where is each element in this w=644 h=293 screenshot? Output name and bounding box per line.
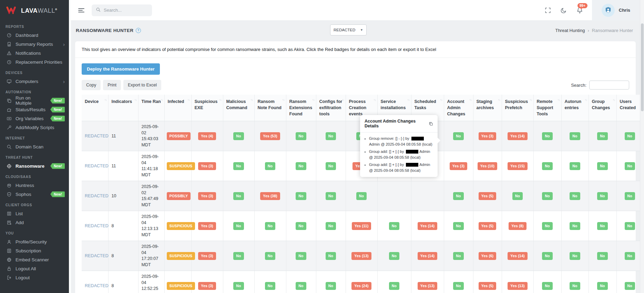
status-badge[interactable]: No: [389, 252, 399, 260]
column-header-users-created[interactable]: Users Created↑↓: [616, 95, 643, 121]
status-badge[interactable]: No: [542, 192, 552, 200]
status-badge[interactable]: No: [453, 222, 463, 230]
status-badge[interactable]: Yes (53): [260, 132, 280, 140]
status-badge[interactable]: No: [389, 222, 399, 230]
status-badge[interactable]: No: [570, 192, 580, 200]
status-badge[interactable]: Yes (8): [509, 222, 526, 230]
sidebar-item-summary-reports[interactable]: Summary Reports›: [0, 40, 69, 49]
status-badge[interactable]: No: [512, 192, 523, 200]
status-badge[interactable]: No: [597, 192, 607, 200]
status-badge[interactable]: No: [265, 222, 275, 230]
status-badge[interactable]: No: [625, 132, 635, 140]
copy-button[interactable]: Copy: [82, 80, 101, 90]
status-badge[interactable]: No: [597, 252, 607, 260]
status-badge[interactable]: No: [326, 192, 336, 200]
status-badge[interactable]: Yes (14): [508, 132, 527, 140]
status-badge[interactable]: No: [326, 162, 336, 170]
page-scrollbar[interactable]: [640, 0, 644, 293]
sidebar-item-status-results[interactable]: Status/ResultsNew!: [0, 105, 69, 114]
deploy-ransomware-hunter-button[interactable]: Deploy the Ransomware Hunter: [82, 63, 160, 75]
status-badge[interactable]: Yes (4): [198, 132, 216, 140]
status-badge[interactable]: Yes (6): [479, 252, 496, 260]
status-badge[interactable]: No: [570, 162, 580, 170]
status-badge[interactable]: No: [625, 222, 635, 230]
status-badge[interactable]: Yes (3): [198, 282, 216, 290]
sort-icon[interactable]: ↑↓: [530, 98, 532, 102]
sidebar-item-ransomware[interactable]: RansomwareNew!: [0, 161, 69, 170]
status-badge[interactable]: No: [233, 252, 244, 260]
status-badge[interactable]: SUSPICIOUS: [167, 222, 195, 230]
status-badge[interactable]: No: [597, 162, 607, 170]
status-badge[interactable]: Yes (13): [508, 282, 527, 290]
sidebar-item-dashboard[interactable]: Dashboard: [0, 31, 69, 40]
status-badge[interactable]: No: [233, 132, 244, 140]
status-badge[interactable]: Yes (3): [479, 132, 496, 140]
status-badge[interactable]: Yes (14): [418, 252, 437, 260]
status-badge[interactable]: SUSPICIOUS: [167, 162, 195, 170]
status-badge[interactable]: Yes (14): [508, 252, 527, 260]
help-icon[interactable]: ?: [136, 28, 141, 33]
status-badge[interactable]: No: [356, 192, 367, 200]
status-badge[interactable]: No: [625, 192, 635, 200]
status-badge[interactable]: Yes (3): [450, 162, 467, 170]
status-badge[interactable]: SUSPICIOUS: [167, 252, 195, 260]
status-badge[interactable]: No: [542, 222, 552, 230]
status-badge[interactable]: No: [597, 222, 607, 230]
status-badge[interactable]: No: [542, 162, 552, 170]
breadcrumb-threat-hunting[interactable]: Threat Hunting: [555, 28, 585, 33]
status-badge[interactable]: No: [625, 162, 635, 170]
status-badge[interactable]: No: [265, 282, 275, 290]
sidebar-item-run-on-multiple[interactable]: Run on MultipleNew!: [0, 96, 69, 105]
sort-icon[interactable]: ↑↓: [161, 98, 163, 102]
sidebar-item-sophos[interactable]: SophosNew!: [0, 190, 69, 199]
status-badge[interactable]: No: [570, 282, 580, 290]
sort-icon[interactable]: ↑↓: [187, 98, 190, 102]
status-badge[interactable]: No: [542, 282, 552, 290]
status-badge[interactable]: No: [265, 162, 275, 170]
sort-icon[interactable]: ↑↓: [134, 98, 137, 102]
copy-icon[interactable]: [429, 122, 433, 126]
status-badge[interactable]: No: [296, 192, 306, 200]
status-badge[interactable]: No: [597, 132, 607, 140]
status-badge[interactable]: No: [296, 252, 306, 260]
notifications-bell-icon[interactable]: 99+: [576, 7, 583, 13]
status-badge[interactable]: No: [296, 222, 306, 230]
status-badge[interactable]: No: [326, 222, 336, 230]
print-button[interactable]: Print: [103, 80, 121, 90]
device-link[interactable]: REDACTED: [85, 134, 109, 138]
global-search[interactable]: [92, 4, 152, 16]
sidebar-item-profile-security[interactable]: Profile/Security: [0, 237, 69, 246]
column-header-configs-for-exfiltration-tools[interactable]: Configs for exfiltration tools↑↓: [316, 95, 346, 121]
sort-icon[interactable]: ↑↓: [469, 98, 472, 102]
sort-icon[interactable]: ↑↓: [312, 98, 315, 102]
status-badge[interactable]: Yes (24): [351, 282, 371, 290]
sidebar-item-notifications[interactable]: Notifications: [0, 49, 69, 57]
status-badge[interactable]: Yes (3): [198, 162, 216, 170]
sort-icon[interactable]: ↑↓: [558, 98, 560, 102]
sidebar-item-list[interactable]: List: [0, 209, 69, 218]
menu-toggle-icon[interactable]: [78, 8, 85, 13]
column-header-time-ran[interactable]: Time Ran↑↓: [138, 95, 164, 121]
sidebar-item-domain-scan[interactable]: Domain Scan: [0, 142, 69, 151]
status-badge[interactable]: No: [453, 252, 463, 260]
search-input[interactable]: [104, 8, 145, 13]
sort-icon[interactable]: ↑↓: [251, 98, 253, 102]
sidebar-item-embed-scanner[interactable]: Embed Scanner: [0, 255, 69, 264]
status-badge[interactable]: Yes (38): [260, 192, 280, 200]
column-header-suspicious-exe[interactable]: Suspicious EXE↑↓: [191, 95, 223, 121]
sidebar-item-add[interactable]: Add: [0, 218, 69, 227]
status-badge[interactable]: POSSIBLY: [167, 192, 191, 200]
status-badge[interactable]: Yes (3): [198, 252, 216, 260]
scrollbar-thumb[interactable]: [641, 23, 644, 111]
status-badge[interactable]: No: [570, 132, 580, 140]
status-badge[interactable]: No: [233, 162, 244, 170]
status-badge[interactable]: No: [265, 252, 275, 260]
status-badge[interactable]: Yes (14): [418, 222, 437, 230]
status-badge[interactable]: Yes (3): [198, 192, 216, 200]
status-badge[interactable]: No: [453, 132, 463, 140]
status-badge[interactable]: Yes (11): [352, 222, 371, 230]
sidebar-item-org-variables[interactable]: Org VariablesNew!: [0, 114, 69, 123]
device-link[interactable]: REDACTED: [85, 193, 109, 198]
status-badge[interactable]: Yes (3): [198, 222, 216, 230]
device-link[interactable]: REDACTED: [85, 223, 109, 228]
